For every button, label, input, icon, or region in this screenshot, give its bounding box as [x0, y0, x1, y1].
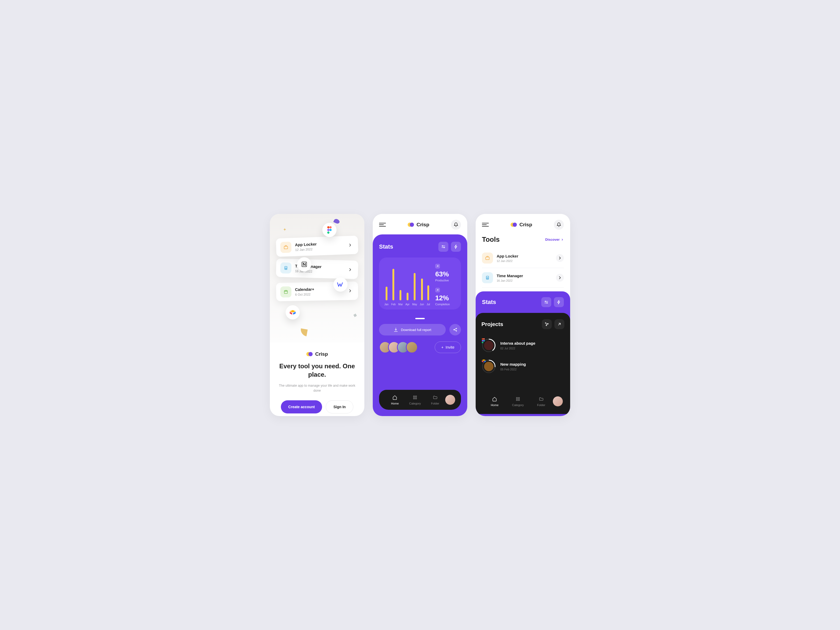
tool-card-app-locker[interactable]: App Locker12 Jan 2022 — [276, 236, 358, 257]
nav-category[interactable]: Category — [405, 395, 425, 405]
hero-subtitle: The ultimate app to manage your life and… — [277, 383, 357, 393]
invite-button[interactable]: + Invite — [435, 341, 461, 353]
nav-folder[interactable]: Folder — [529, 396, 553, 407]
tool-date: 16 Jan 2022 — [497, 279, 552, 282]
tool-time-manager[interactable]: Time Manager16 Jan 2022 — [482, 268, 564, 288]
progress-ring — [482, 338, 496, 353]
folder-icon — [538, 396, 544, 402]
tool-card-date: 6 Oct 2022 — [295, 292, 343, 296]
decor-leaf — [333, 218, 341, 224]
briefcase-icon — [280, 242, 291, 253]
nav-label: Folder — [431, 402, 439, 405]
bolt-icon[interactable] — [451, 242, 461, 252]
tool-card-title: App Locker — [295, 241, 343, 247]
discover-link[interactable]: Discover — [545, 238, 564, 242]
svg-rect-17 — [414, 398, 415, 399]
bar-jul: Jul — [426, 285, 430, 306]
bell-icon[interactable] — [554, 220, 564, 230]
svg-point-2 — [327, 229, 330, 231]
nodes-icon[interactable] — [542, 319, 552, 329]
grid-icon — [515, 396, 521, 402]
tool-app-locker[interactable]: App Locker12 Jan 2022 — [482, 248, 564, 268]
progress-ring — [482, 359, 496, 374]
home-icon — [392, 395, 398, 400]
nav-category[interactable]: Category — [506, 396, 530, 407]
onboarding-screen: ✦ ◆ App Locker12 Jan 2022 Time Manager16… — [270, 214, 364, 416]
menu-icon[interactable] — [379, 223, 386, 227]
nav-label: Category — [512, 403, 524, 407]
nav-label: Home — [491, 403, 499, 407]
svg-point-3 — [330, 229, 332, 231]
bell-icon[interactable] — [451, 220, 461, 230]
download-report-button[interactable]: Download full report — [379, 324, 446, 335]
project-date: 05 Feb 2022 — [501, 368, 564, 371]
discover-label: Discover — [545, 238, 560, 242]
home-icon — [492, 396, 497, 402]
chevron-right-icon — [556, 254, 564, 262]
stats-title: Stats — [379, 243, 393, 250]
chevron-right-icon — [346, 266, 354, 273]
bolt-icon[interactable] — [554, 297, 564, 307]
decor-diamond: ◆ — [352, 312, 357, 318]
share-icon[interactable] — [449, 324, 461, 335]
nav-home[interactable]: Home — [483, 396, 506, 407]
brand-logo: Crisp — [306, 351, 328, 357]
profile-avatar[interactable] — [445, 395, 455, 405]
brand-name: Crisp — [417, 222, 429, 227]
webflow-icon — [333, 278, 347, 292]
nav-home[interactable]: Home — [385, 395, 405, 405]
brand-name: Crisp — [519, 222, 532, 227]
tools-title: Tools — [482, 235, 499, 243]
stats-title: Stats — [482, 299, 496, 306]
download-label: Download full report — [401, 328, 431, 332]
invite-label: Invite — [446, 345, 455, 349]
filter-icon[interactable] — [438, 242, 448, 252]
svg-rect-6 — [284, 246, 288, 249]
nav-folder[interactable]: Folder — [425, 395, 445, 405]
figma-icon — [322, 223, 336, 237]
svg-rect-18 — [415, 398, 417, 399]
nav-label: Category — [409, 402, 421, 405]
svg-rect-38 — [516, 399, 518, 401]
kpi-productive-value: 63% — [435, 270, 460, 278]
svg-point-1 — [330, 226, 332, 228]
svg-rect-15 — [414, 396, 415, 397]
svg-rect-9 — [284, 291, 287, 294]
decor-quarter — [300, 328, 308, 336]
chevron-right-icon — [346, 287, 354, 295]
svg-point-30 — [483, 338, 485, 340]
avatar — [406, 341, 418, 353]
nav-label: Home — [391, 402, 399, 405]
stats-screen: Crisp Stats JanFebMarAprMayJunJul 63% Pr… — [373, 214, 467, 416]
clipboard-icon — [482, 272, 493, 283]
filter-icon[interactable] — [541, 297, 551, 307]
bar-may: May — [412, 273, 417, 306]
svg-rect-37 — [518, 398, 520, 399]
profile-avatar[interactable] — [553, 396, 563, 406]
project-mapping[interactable]: New mapping05 Feb 2022 — [482, 356, 564, 377]
arrow-up-icon — [435, 288, 440, 292]
brand-logo: Crisp — [510, 221, 532, 228]
folder-icon — [432, 395, 438, 400]
arrow-up-icon — [435, 264, 440, 268]
tool-card-time-manager[interactable]: Time Manager16 Jan 2022 — [276, 259, 358, 279]
kpi-productive-label: Productive — [435, 279, 460, 282]
decor-sparkle: ✦ — [283, 227, 286, 232]
sign-in-button[interactable]: Sign In — [326, 400, 353, 414]
project-date: 02 Jul 2022 — [501, 347, 564, 350]
menu-icon[interactable] — [482, 223, 489, 227]
svg-point-31 — [482, 340, 483, 341]
briefcase-icon — [482, 253, 493, 264]
svg-point-0 — [327, 226, 330, 228]
project-interva[interactable]: Interva about page02 Jul 2022 — [482, 335, 564, 356]
bar-jan: Jan — [384, 287, 388, 306]
tools-screen: Crisp Tools Discover App Locker12 Jan 20… — [476, 214, 570, 416]
create-account-button[interactable]: Create account — [281, 400, 322, 414]
arrow-up-right-icon[interactable] — [554, 319, 564, 329]
kpi-completion-value: 12% — [435, 294, 460, 302]
airtable-icon — [286, 305, 300, 319]
tool-card-date: 12 Jan 2022 — [295, 246, 343, 251]
tool-date: 12 Jan 2022 — [497, 259, 552, 262]
svg-point-33 — [482, 342, 483, 343]
bar-apr: Apr — [406, 293, 410, 306]
